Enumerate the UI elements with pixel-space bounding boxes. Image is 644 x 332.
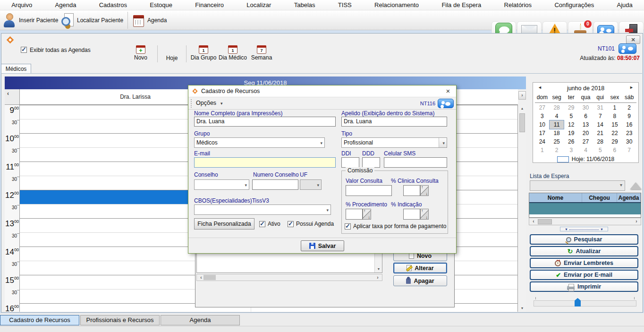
menu-item-financeiro[interactable]: Financeiro (190, 0, 229, 9)
email-field[interactable] (194, 157, 336, 168)
calendar-day-23[interactable]: 23 (622, 129, 636, 137)
scroll-left-button[interactable] (5, 89, 20, 105)
taxa-checkbox[interactable] (345, 223, 351, 230)
agenda-button[interactable]: Agenda (133, 12, 167, 28)
calendar-day-28[interactable]: 28 (593, 137, 608, 146)
uf-select[interactable] (300, 179, 322, 190)
scrollbar-thumb[interactable] (519, 113, 525, 132)
tab-profissionais-e-recursos[interactable]: Profissionais e Recursos (80, 315, 160, 325)
procedimento-pct-spinner[interactable] (346, 209, 371, 220)
ddd-field[interactable] (362, 157, 380, 168)
resource-alterar-button[interactable]: Alterar (393, 263, 447, 273)
calendar-day-30[interactable]: 30 (578, 103, 593, 112)
calendar-prev-icon[interactable] (538, 85, 542, 90)
type-select[interactable]: Profissional (341, 137, 447, 148)
spinner-field[interactable] (403, 185, 420, 196)
calendar-day-5[interactable]: 5 (593, 146, 608, 154)
calendar-day-15[interactable]: 15 (608, 120, 622, 129)
calendar-day-1[interactable]: 1 (535, 146, 550, 154)
novo-button[interactable]: Novo (127, 45, 154, 61)
resource-hthumb[interactable] (203, 275, 216, 280)
waiting-list-hscrollbar[interactable] (529, 218, 641, 225)
tab-agenda[interactable]: Agenda (161, 315, 240, 325)
show-all-agendas-checkbox[interactable] (21, 47, 27, 53)
help-user-button[interactable] (619, 43, 636, 54)
calendar-day-11[interactable]: 11 (550, 120, 564, 129)
calendar-day-9[interactable]: 9 (622, 112, 636, 120)
ativo-checkbox-row[interactable]: Ativo (259, 221, 280, 227)
calendar-day-28[interactable]: 28 (550, 103, 564, 112)
calendar-day-1[interactable]: 1 (608, 103, 622, 112)
calendar-day-5[interactable]: 5 (564, 112, 578, 120)
calendar-today-row[interactable]: Hoje: 11/06/2018 (533, 154, 638, 164)
calendar-day-14[interactable]: 14 (593, 120, 608, 129)
insert-patient-button[interactable]: Inserir Paciente (4, 12, 58, 28)
calendar-day-20[interactable]: 20 (578, 129, 593, 137)
waiting-list-dropdown[interactable] (530, 180, 625, 191)
calendar-day-2[interactable]: 2 (622, 103, 636, 112)
ficha-personalizada-button[interactable]: Ficha Personalizada (194, 218, 254, 230)
indicacao-pct-spinner[interactable] (403, 209, 429, 220)
spinner-field-2[interactable] (346, 209, 363, 220)
calendar-day-26[interactable]: 26 (564, 137, 578, 146)
calendar-day-7[interactable]: 7 (593, 112, 608, 120)
menu-item-configura-es[interactable]: Configurações (550, 0, 599, 9)
calendar-day-27[interactable]: 27 (535, 103, 550, 112)
resource-apagar-button[interactable]: Apagar (393, 275, 447, 286)
calendar-day-6[interactable]: 6 (608, 146, 622, 154)
menu-item-agenda[interactable]: Agenda (51, 0, 81, 9)
panel-splitter[interactable] (560, 227, 608, 231)
button-pesquisar[interactable]: Pesquisar (530, 234, 638, 245)
button-enviar-lembretes[interactable]: Enviar Lembretes (530, 258, 638, 268)
dialog-user-chat-icon[interactable] (438, 99, 454, 108)
menu-item-cadastros[interactable]: Cadastros (94, 0, 132, 9)
menu-item-ajuda[interactable]: Ajuda (612, 0, 637, 9)
collapse-up-icon[interactable] (630, 182, 641, 189)
numero-conselho-field[interactable] (252, 179, 298, 190)
waiting-list-row[interactable] (529, 203, 641, 214)
calendar-day-22[interactable]: 22 (608, 129, 622, 137)
calendar-day-30[interactable]: 30 (622, 137, 636, 146)
salvar-button[interactable]: Salvar (301, 240, 344, 251)
spinner-field-3[interactable] (403, 209, 420, 220)
agenda-vertical-scrollbar[interactable] (518, 105, 526, 312)
scroll-left-arrow-icon[interactable] (530, 219, 537, 224)
menu-item-tiss[interactable]: TISS (333, 0, 356, 9)
scroll-right-button[interactable] (518, 91, 526, 100)
possui-agenda-checkbox[interactable] (288, 221, 294, 227)
calendar-day-7[interactable]: 7 (622, 146, 636, 154)
conselho-select[interactable] (194, 179, 249, 190)
calendar-day-21[interactable]: 21 (593, 129, 608, 137)
cel-sms-field[interactable] (384, 157, 447, 168)
menu-item-estoque[interactable]: Estoque (145, 0, 177, 9)
valor-consulta-field[interactable] (346, 185, 392, 196)
calendar-day-3[interactable]: 3 (535, 112, 550, 120)
calendar-day-4[interactable]: 4 (550, 112, 564, 120)
resource-scroll-down-icon[interactable] (375, 265, 382, 272)
dialog-titlebar[interactable]: Cadastro de Recursos (188, 85, 456, 97)
possui-agenda-checkbox-row[interactable]: Possui Agenda (288, 221, 334, 227)
button-imprimir[interactable]: Imprimir (530, 281, 638, 292)
dia-grupo-button[interactable]: Dia Grupo (189, 45, 218, 61)
calendar-day-31[interactable]: 31 (593, 103, 608, 112)
calendar-day-29[interactable]: 29 (608, 137, 622, 146)
calendar-day-25[interactable]: 25 (550, 137, 564, 146)
calendar-day-18[interactable]: 18 (550, 129, 564, 137)
tab-medicos[interactable]: Médicos (1, 64, 31, 74)
calendar-day-10[interactable]: 10 (535, 120, 550, 129)
spinner-buttons-icon-2[interactable] (363, 209, 371, 220)
child-window-close-button[interactable] (626, 35, 640, 44)
dialog-close-button[interactable] (444, 87, 452, 95)
find-patient-button[interactable]: Localizar Paciente (61, 12, 123, 28)
calendar-day-12[interactable]: 12 (564, 120, 578, 129)
cbos-select[interactable] (194, 204, 331, 215)
options-menu-button[interactable]: Opções (196, 100, 223, 106)
nickname-field[interactable]: Dra. Luana (341, 117, 447, 127)
scroll-up-arrow-icon[interactable] (518, 105, 526, 112)
scroll-down-arrow-icon[interactable] (518, 305, 526, 312)
calendar-next-icon[interactable] (629, 85, 634, 90)
resource-scroll-right-icon[interactable] (374, 275, 381, 281)
taxa-checkbox-row[interactable]: Aplicar taxa por forma de pagamento (345, 223, 446, 230)
menu-item-localizar[interactable]: Localizar (242, 0, 276, 9)
calendar-day-24[interactable]: 24 (535, 137, 550, 146)
